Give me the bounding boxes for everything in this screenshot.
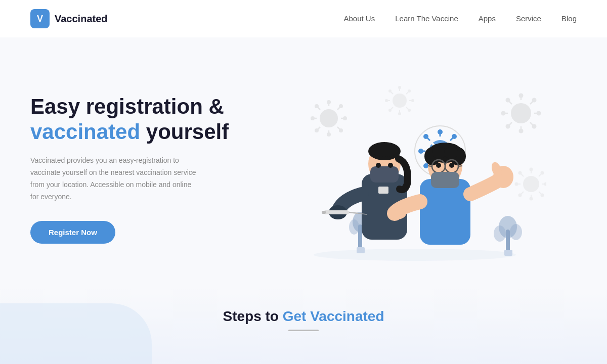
steps-title-blue: Get Vaccinated (283, 308, 384, 324)
svg-point-42 (537, 111, 541, 116)
register-now-button[interactable]: Register Now (30, 221, 115, 244)
svg-point-16 (339, 104, 343, 108)
svg-point-44 (506, 98, 510, 103)
svg-point-48 (506, 124, 510, 129)
nav-service[interactable]: Service (516, 14, 541, 23)
svg-point-88 (314, 249, 516, 261)
svg-point-19 (398, 86, 401, 89)
svg-point-129 (449, 163, 454, 168)
svg-point-121 (444, 147, 458, 159)
svg-rect-108 (324, 210, 349, 214)
hero-heading: Easy registration & vaccinated yourself (30, 94, 253, 145)
svg-rect-112 (420, 179, 470, 245)
svg-point-50 (532, 98, 537, 103)
hero-text-block: Easy registration & vaccinated yourself … (30, 94, 253, 244)
svg-point-12 (339, 128, 343, 132)
svg-point-34 (511, 103, 531, 123)
hero-section: Easy registration & vaccinated yourself … (0, 37, 607, 295)
svg-point-27 (388, 89, 392, 93)
svg-line-60 (521, 174, 524, 176)
hero-svg (283, 73, 546, 265)
svg-point-85 (452, 134, 457, 139)
svg-line-125 (428, 166, 432, 166)
svg-line-66 (539, 174, 541, 176)
nav-blog[interactable]: Blog (561, 14, 577, 23)
svg-rect-103 (370, 166, 399, 183)
svg-point-79 (423, 134, 428, 139)
svg-point-71 (438, 129, 443, 134)
hero-heading-blue: vaccinated (30, 120, 140, 144)
svg-line-64 (521, 192, 524, 194)
svg-line-28 (406, 107, 408, 109)
svg-line-62 (539, 192, 541, 194)
steps-title-normal: Steps to (223, 308, 278, 324)
steps-title-divider (288, 330, 319, 331)
svg-point-2 (327, 100, 331, 104)
svg-point-83 (423, 163, 428, 168)
svg-rect-127 (431, 172, 459, 188)
svg-line-30 (391, 107, 393, 109)
svg-line-126 (458, 166, 462, 166)
hero-illustration (253, 63, 577, 275)
svg-rect-93 (357, 247, 365, 253)
nav-links: About Us Learn The Vaccine Apps Service … (344, 14, 577, 23)
svg-point-36 (519, 94, 524, 98)
svg-point-59 (544, 183, 547, 186)
brand-name: Vaccinated (55, 13, 108, 25)
svg-point-17 (393, 94, 407, 108)
svg-rect-106 (378, 187, 388, 194)
svg-point-40 (501, 111, 506, 116)
svg-point-25 (411, 99, 414, 102)
nav-learn-vaccine[interactable]: Learn The Vaccine (395, 14, 458, 23)
logo[interactable]: V Vaccinated (30, 9, 108, 28)
svg-point-96 (494, 225, 506, 242)
svg-rect-109 (322, 211, 326, 214)
svg-point-33 (408, 89, 411, 93)
hero-heading-line1: Easy registration & (30, 95, 224, 118)
svg-point-104 (376, 163, 381, 168)
svg-point-61 (518, 171, 522, 175)
svg-point-75 (418, 149, 423, 154)
bottom-wave-decoration (0, 303, 152, 364)
svg-point-46 (532, 124, 537, 129)
svg-point-0 (320, 109, 338, 127)
svg-point-55 (530, 197, 533, 201)
svg-point-51 (523, 176, 539, 192)
svg-point-65 (518, 194, 522, 197)
svg-point-8 (343, 116, 347, 120)
svg-point-67 (541, 171, 544, 175)
svg-line-26 (391, 92, 393, 94)
svg-point-113 (388, 207, 406, 219)
hero-heading-line2: yourself (146, 120, 229, 144)
svg-point-105 (388, 163, 393, 168)
svg-point-10 (315, 104, 319, 108)
hero-description: Vaccinated provides you an easy-registra… (30, 155, 197, 203)
svg-line-110 (349, 212, 358, 213)
nav-apps[interactable]: Apps (479, 14, 496, 23)
svg-point-38 (519, 129, 524, 133)
svg-point-6 (311, 116, 315, 120)
svg-point-57 (515, 183, 518, 186)
logo-icon: V (30, 9, 50, 28)
svg-point-21 (398, 112, 401, 115)
nav-about-us[interactable]: About Us (344, 14, 375, 23)
svg-point-63 (541, 194, 544, 197)
bottom-section: Steps to Get Vaccinated (0, 288, 607, 364)
svg-point-23 (385, 99, 388, 102)
svg-point-97 (510, 224, 522, 240)
svg-point-29 (408, 109, 411, 112)
svg-point-91 (349, 219, 359, 235)
svg-line-32 (406, 92, 408, 94)
svg-point-128 (436, 163, 441, 168)
svg-rect-98 (504, 250, 512, 256)
svg-point-102 (370, 143, 399, 157)
navbar: V Vaccinated About Us Learn The Vaccine … (0, 0, 607, 37)
svg-point-53 (530, 168, 533, 171)
svg-point-120 (432, 147, 446, 159)
svg-point-4 (327, 132, 331, 136)
svg-point-31 (388, 109, 392, 112)
svg-point-14 (315, 128, 319, 132)
